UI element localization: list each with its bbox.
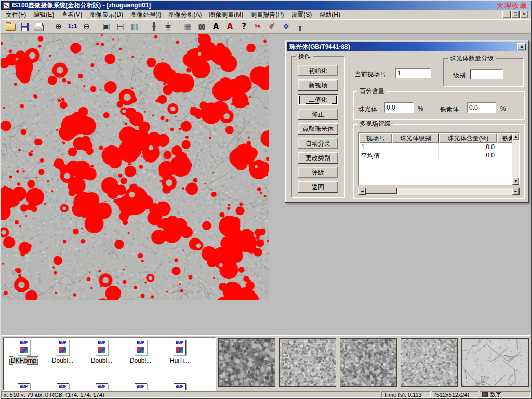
scroll-down-icon[interactable]: ▼ xyxy=(512,178,520,185)
current-field-input[interactable] xyxy=(395,68,431,78)
column-header[interactable]: 珠光体级别 xyxy=(392,133,439,143)
menu-item-7[interactable]: 图像测量(M) xyxy=(205,9,247,20)
dialog-close-icon[interactable]: × xyxy=(517,43,526,50)
grading-group-label: 珠光体数量分级 xyxy=(448,55,496,62)
video-camera-icon[interactable]: ▣ xyxy=(100,21,113,33)
restore-child-icon[interactable]: □ xyxy=(511,11,520,18)
file-item[interactable]: BMP xyxy=(160,383,199,391)
column-header[interactable]: 视场号 xyxy=(359,133,392,143)
table-row[interactable]: 平均值0.0 xyxy=(359,152,519,160)
scrollbar-track[interactable] xyxy=(397,188,512,195)
menu-item-3[interactable]: 查看(V) xyxy=(58,9,86,20)
horizontal-scrollbar[interactable]: ◄ ► xyxy=(358,188,520,195)
initialize-button[interactable]: 初始化 xyxy=(298,65,338,76)
print-icon[interactable] xyxy=(32,21,45,33)
file-type-badge: BMP xyxy=(174,340,185,345)
picker-icon[interactable]: ✐ xyxy=(265,21,278,33)
menu-item-5[interactable]: 图像处理(I) xyxy=(127,9,165,20)
menu-item-6[interactable]: 图像分析(A) xyxy=(165,9,205,20)
menu-item-4[interactable]: 图像显示(D) xyxy=(86,9,127,20)
file-name-label: Doubl... xyxy=(90,357,113,364)
percent-group: 百分含量 珠光体 % 铁素体 % xyxy=(353,91,524,119)
menu-item-10[interactable]: 帮助(H) xyxy=(315,9,344,20)
file-item[interactable]: BMPDoubl... xyxy=(121,340,160,364)
actual-size-icon[interactable]: 1:1 xyxy=(66,21,79,33)
scrollbar-thumb[interactable] xyxy=(366,188,397,194)
vertical-caliper-icon[interactable]: ╥ xyxy=(294,21,307,33)
text-icon[interactable]: A xyxy=(209,21,222,33)
file-item[interactable]: BMPDKF.bmp xyxy=(4,340,43,364)
menu-item-8[interactable]: 测量报告(P) xyxy=(247,9,287,20)
scroll-right-icon[interactable]: ► xyxy=(512,188,520,195)
new-field-button[interactable]: 新视场 xyxy=(298,79,338,91)
bmp-file-icon: BMP xyxy=(18,383,30,391)
camera-icon[interactable]: ▤ xyxy=(114,21,127,33)
change-class-button[interactable]: 更改类别 xyxy=(298,152,338,164)
file-preview-art xyxy=(20,347,28,353)
thumbnail-1[interactable] xyxy=(218,338,275,387)
table-cell: 0.0 xyxy=(439,143,497,152)
thumbnail-3[interactable] xyxy=(340,338,397,387)
file-item[interactable]: BMPHuiTi... xyxy=(160,340,199,364)
pick-pearlite-button[interactable]: 点取珠光体 xyxy=(298,123,338,135)
file-item[interactable]: BMP xyxy=(4,383,43,391)
annotation-icon[interactable]: A xyxy=(223,21,236,33)
file-name-label: HuiTi... xyxy=(169,357,191,364)
table-row[interactable]: 10.0 xyxy=(359,143,519,152)
rate-button[interactable]: 评级 xyxy=(298,167,338,178)
help-icon[interactable]: ? xyxy=(237,21,250,33)
mode-status-text: 数字 xyxy=(490,391,501,398)
zoom-in-icon[interactable]: ⊕ xyxy=(52,21,65,33)
return-button[interactable]: 返回 xyxy=(298,181,338,193)
open-folder-icon[interactable] xyxy=(4,21,17,33)
column-header[interactable]: 珠光体含量(%) xyxy=(439,133,497,143)
minimize-child-icon[interactable]: _ xyxy=(502,11,511,18)
correct-button[interactable]: 修正 xyxy=(298,109,338,120)
file-item[interactable]: BMPDoubl... xyxy=(43,340,82,364)
monitor-icon[interactable]: ▥ xyxy=(128,21,141,33)
scissors-icon[interactable]: ✂ xyxy=(251,21,264,33)
percent-group-label: 百分含量 xyxy=(357,87,387,95)
thumbnail-5[interactable] xyxy=(461,338,529,387)
grid-icon[interactable]: ▦ xyxy=(181,21,194,33)
file-item[interactable]: BMP xyxy=(43,383,82,391)
binarize-button[interactable]: 二值化 xyxy=(298,94,338,105)
file-row-partial: BMPBMPBMPBMPBMP xyxy=(4,383,199,391)
close-child-icon[interactable]: × xyxy=(520,11,528,18)
dialog-title-bar[interactable]: 珠光体(GB/T9441-88) × xyxy=(287,42,527,51)
ferrite-percent-input[interactable] xyxy=(467,102,496,113)
digital-camera-icon xyxy=(482,392,488,397)
operations-group-label: 操作 xyxy=(296,52,313,60)
title-bar[interactable]: IS100显微摄像系统(金相分析版) - [zhuguangti01] 大理收藏 xyxy=(1,1,531,10)
menu-item-9[interactable]: 设置(S) xyxy=(287,9,315,20)
bmp-file-icon: BMP xyxy=(174,383,186,391)
scroll-up-icon[interactable]: ▲ xyxy=(512,133,520,140)
dark-grid-icon[interactable]: ▩ xyxy=(195,21,208,33)
save-icon[interactable] xyxy=(18,21,31,33)
file-browser[interactable]: BMPDKF.bmpBMPDoubl...BMPDoubl...BMPDoubl… xyxy=(3,337,216,391)
menu-item-1[interactable]: 文件(F) xyxy=(2,9,30,20)
grade-label: 级别 xyxy=(453,71,466,80)
file-item[interactable]: BMP xyxy=(121,383,160,391)
file-type-badge: BMP xyxy=(96,340,108,345)
thumbnail-2[interactable] xyxy=(279,338,336,387)
file-item[interactable]: BMPDoubl... xyxy=(82,340,121,364)
file-type-badge: BMP xyxy=(57,384,69,389)
file-name-label: Doubl... xyxy=(129,357,152,364)
micrometer-icon[interactable]: ╪ xyxy=(162,21,175,33)
bmp-file-icon: BMP xyxy=(96,340,108,355)
mdi-window-controls: _ □ × xyxy=(502,11,530,18)
grade-input[interactable] xyxy=(470,69,503,79)
scroll-left-icon[interactable]: ◄ xyxy=(358,188,366,195)
palette-icon[interactable]: ❖ xyxy=(280,21,292,33)
auto-classify-button[interactable]: 自动分类 xyxy=(298,138,338,149)
vertical-scrollbar[interactable]: ▲ ▼ xyxy=(512,133,519,185)
thumbnail-4[interactable] xyxy=(401,338,458,387)
metallograph-image[interactable] xyxy=(1,34,269,300)
zoom-out-icon[interactable]: ⊖ xyxy=(80,21,93,33)
caliper-icon[interactable]: ╫ xyxy=(148,21,161,33)
application-window: IS100显微摄像系统(金相分析版) - [zhuguangti01] 大理收藏… xyxy=(0,0,532,399)
menu-item-2[interactable]: 编辑(E) xyxy=(30,9,58,20)
pearlite-percent-input[interactable] xyxy=(384,102,414,113)
file-item[interactable]: BMP xyxy=(82,383,121,391)
